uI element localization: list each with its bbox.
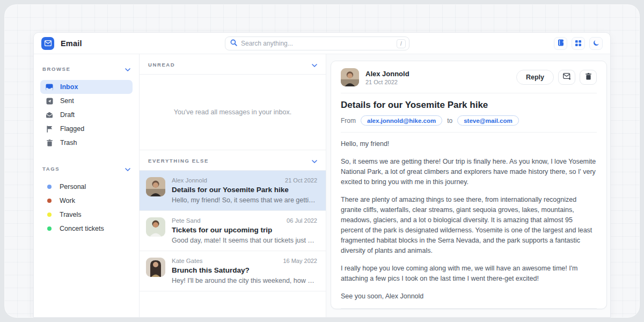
avatar bbox=[341, 68, 359, 86]
mail-sender: Alex Jonnold bbox=[172, 177, 207, 184]
mail-preview: Hello, my friend! So, it seems that we a… bbox=[172, 196, 317, 204]
inbox-icon bbox=[46, 83, 53, 91]
book-icon bbox=[558, 39, 564, 48]
mail-preview: Hey! I'll be around the city this weeken… bbox=[172, 277, 317, 284]
tag-item-personal[interactable]: Personal bbox=[40, 180, 133, 194]
search-input[interactable] bbox=[241, 40, 397, 47]
body-paragraph: So, it seems we are getting there! Our t… bbox=[341, 157, 597, 187]
app-header: Email / bbox=[34, 33, 610, 54]
mail-date: 21 Oct 2022 bbox=[285, 177, 317, 184]
apps-grid-button[interactable] bbox=[572, 37, 585, 50]
search-shortcut-badge: / bbox=[397, 39, 406, 48]
sidebar-item-draft[interactable]: Draft bbox=[40, 108, 133, 122]
tag-label: Personal bbox=[60, 183, 86, 191]
avatar bbox=[146, 258, 165, 277]
divider bbox=[341, 132, 597, 133]
from-to-row: From alex.jonnold@hike.com to steve@mail… bbox=[341, 115, 597, 126]
tag-item-work[interactable]: Work bbox=[40, 194, 133, 208]
search-icon bbox=[230, 39, 237, 48]
mail-preview: Good day, mate! It seems that our ticket… bbox=[172, 237, 317, 244]
to-email-pill[interactable]: steve@mail.com bbox=[457, 115, 518, 126]
trash-icon bbox=[46, 139, 53, 147]
tag-item-travels[interactable]: Travels bbox=[40, 208, 133, 222]
sidebar-item-trash[interactable]: Trash bbox=[40, 136, 133, 150]
tag-dot-travels bbox=[47, 213, 52, 217]
tag-dot-personal bbox=[47, 185, 52, 189]
avatar bbox=[146, 217, 165, 237]
mail-subject: Brunch this Saturday? bbox=[172, 266, 317, 274]
detail-header: Alex Jonnold 21 Oct 2022 Reply bbox=[341, 68, 597, 86]
detail-subject: Details for our Yosemite Park hike bbox=[341, 100, 597, 111]
envelope-icon bbox=[45, 39, 52, 48]
detail-column: Alex Jonnold 21 Oct 2022 Reply bbox=[326, 54, 610, 317]
reply-button[interactable]: Reply bbox=[516, 70, 554, 85]
app-logo bbox=[41, 37, 54, 50]
mail-list-item[interactable]: Alex Jonnold 21 Oct 2022 Details for our… bbox=[140, 171, 326, 211]
chevron-down-icon[interactable] bbox=[312, 60, 317, 69]
unread-section-header[interactable]: UNREAD bbox=[140, 54, 326, 75]
tag-item-concert-tickets[interactable]: Concert tickets bbox=[40, 222, 133, 236]
mail-list-item[interactable]: Pete Sand 06 Jul 2022 Tickets for our up… bbox=[140, 211, 326, 251]
email-body: Hello, my friend! So, it seems we are ge… bbox=[341, 139, 597, 302]
browse-section-header[interactable]: BROWSE bbox=[40, 64, 133, 74]
flag-icon bbox=[46, 125, 53, 133]
tag-label: Work bbox=[60, 197, 75, 204]
detail-sender-block: Alex Jonnold 21 Oct 2022 bbox=[365, 70, 409, 85]
divider bbox=[341, 308, 597, 309]
body-paragraph: Hello, my friend! bbox=[341, 139, 597, 149]
mail-subject: Details for our Yosemite Park hike bbox=[172, 186, 317, 194]
mail-sender: Kate Gates bbox=[172, 258, 203, 264]
sidebar-item-label: Flagged bbox=[60, 125, 84, 133]
detail-actions: Reply bbox=[516, 70, 597, 85]
chevron-down-icon[interactable] bbox=[125, 64, 130, 74]
tag-label: Concert tickets bbox=[60, 225, 104, 232]
sidebar-item-label: Inbox bbox=[60, 83, 78, 91]
tag-dot-work bbox=[47, 199, 52, 203]
everything-else-section-header[interactable]: EVERYTHING ELSE bbox=[140, 150, 326, 171]
moon-icon bbox=[593, 39, 599, 48]
unread-empty-text: You've read all messages in your inbox. bbox=[174, 108, 291, 116]
search-bar[interactable]: / bbox=[225, 36, 409, 50]
tags-section-header[interactable]: TAGS bbox=[40, 164, 133, 173]
sidebar-item-sent[interactable]: Sent bbox=[40, 94, 133, 108]
tags-label: TAGS bbox=[42, 166, 60, 172]
unread-label: UNREAD bbox=[148, 62, 175, 68]
sidebar-item-label: Trash bbox=[60, 139, 77, 147]
sidebar-item-flagged[interactable]: Flagged bbox=[40, 122, 133, 136]
mail-plus-icon bbox=[563, 72, 571, 82]
email-app-window: Email / bbox=[33, 32, 611, 318]
message-list-column: UNREAD You've read all messages in your … bbox=[140, 54, 326, 317]
email-detail-card: Alex Jonnold 21 Oct 2022 Reply bbox=[331, 61, 607, 309]
tag-label: Travels bbox=[60, 211, 82, 218]
sidebar: BROWSE Inbox Sent bbox=[34, 54, 140, 317]
to-label: to bbox=[447, 117, 452, 125]
forward-mail-button[interactable] bbox=[558, 70, 575, 85]
sent-icon bbox=[46, 97, 53, 105]
book-button[interactable] bbox=[554, 37, 567, 50]
delete-mail-button[interactable] bbox=[580, 70, 597, 85]
sidebar-item-inbox[interactable]: Inbox bbox=[40, 80, 133, 94]
header-actions bbox=[554, 37, 603, 50]
divider bbox=[341, 93, 597, 93]
draft-icon bbox=[46, 111, 53, 119]
main-columns: BROWSE Inbox Sent bbox=[34, 54, 610, 317]
grid-icon bbox=[575, 39, 581, 48]
mail-item-content: Pete Sand 06 Jul 2022 Tickets for our up… bbox=[172, 217, 317, 244]
from-email-pill[interactable]: alex.jonnold@hike.com bbox=[361, 115, 442, 126]
everything-else-label: EVERYTHING ELSE bbox=[148, 158, 209, 164]
chevron-down-icon[interactable] bbox=[125, 164, 130, 173]
mail-date: 16 May 2022 bbox=[283, 258, 317, 264]
body-signature: See you soon, Alex Jonnold bbox=[341, 291, 597, 302]
browse-label: BROWSE bbox=[42, 66, 70, 72]
avatar bbox=[146, 177, 165, 196]
mail-item-content: Kate Gates 16 May 2022 Brunch this Satur… bbox=[172, 258, 317, 284]
sidebar-item-label: Sent bbox=[60, 97, 74, 105]
detail-date: 21 Oct 2022 bbox=[365, 79, 409, 85]
detail-sender-name: Alex Jonnold bbox=[365, 70, 409, 78]
chevron-down-icon[interactable] bbox=[312, 156, 317, 165]
mail-item-content: Alex Jonnold 21 Oct 2022 Details for our… bbox=[172, 177, 317, 204]
dark-mode-button[interactable] bbox=[589, 37, 603, 50]
body-paragraph: There are plenty of amazing things to se… bbox=[341, 195, 597, 256]
mail-list-item[interactable]: Kate Gates 16 May 2022 Brunch this Satur… bbox=[140, 251, 326, 291]
tag-dot-concert bbox=[47, 226, 52, 231]
